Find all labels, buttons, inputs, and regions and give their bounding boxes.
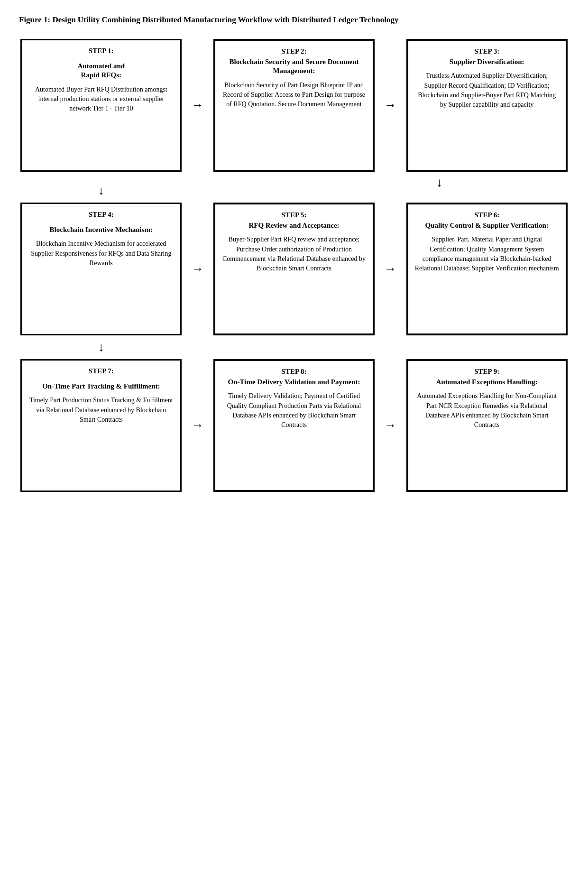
down-arrow-left: ↓ xyxy=(98,184,104,198)
step6-box: STEP 6: Quality Control & Supplier Verif… xyxy=(406,203,568,335)
arrow-2-3-symbol: → xyxy=(384,98,396,112)
arrow-8-9-symbol: → xyxy=(384,418,396,433)
step1-box: STEP 1: Automated and Rapid RFQs: Automa… xyxy=(20,39,182,172)
step8-cell: STEP 8: On-Time Delivery Validation and … xyxy=(212,359,377,492)
step5-title: RFQ Review and Acceptance: xyxy=(248,221,339,231)
step1-label: STEP 1: xyxy=(89,47,114,55)
step1-title: Automated and Rapid RFQs: xyxy=(78,62,125,80)
step6-label: STEP 6: xyxy=(474,211,499,219)
step4-body: Blockchain Incentive Mechanism for accel… xyxy=(28,239,175,268)
arrow-7-8-symbol: → xyxy=(192,418,204,433)
mid-spacer-2 xyxy=(212,335,377,359)
step9-title: Automated Exceptions Handling: xyxy=(436,378,538,387)
step8-label: STEP 8: xyxy=(282,368,307,376)
step5-box: STEP 5: RFQ Review and Acceptance: Buyer… xyxy=(213,203,375,335)
mid-arrow-spacer-2 xyxy=(376,179,404,203)
step8-body: Timely Delivery Validation; Payment of C… xyxy=(221,391,367,430)
step3-cell: STEP 3: Supplier Diversification: Trustl… xyxy=(404,39,569,172)
step1-body: Automated Buyer Part RFQ Distribution am… xyxy=(28,85,175,114)
row-1: STEP 1: Automated and Rapid RFQs: Automa… xyxy=(19,39,569,172)
step2-title: Blockchain Security and Secure Document … xyxy=(221,57,367,76)
left-down-arrow-cell: ↓ xyxy=(19,179,184,203)
step8-box: STEP 8: On-Time Delivery Validation and … xyxy=(213,359,375,492)
arrow-4-5: → xyxy=(184,203,212,335)
step3-title: Supplier Diversification: xyxy=(450,57,524,67)
step1-cell: STEP 1: Automated and Rapid RFQs: Automa… xyxy=(19,39,184,172)
down-arrow-left-2: ↓ xyxy=(98,340,104,354)
arrow-5-6-symbol: → xyxy=(384,262,396,276)
step3-body: Trustless Automated Supplier Diversifica… xyxy=(414,71,560,110)
step4-title: Blockchain Incentive Mechanism: xyxy=(50,225,153,235)
mid-arrow-spacer-4 xyxy=(376,335,404,359)
arrow-8-9: → xyxy=(376,359,404,492)
step7-label: STEP 7: xyxy=(89,367,114,375)
arrow-2-3: → xyxy=(376,39,404,172)
arrow-row-between-12: ↓ xyxy=(19,179,569,203)
arrow-7-8: → xyxy=(184,359,212,492)
step3-box: STEP 3: Supplier Diversification: Trustl… xyxy=(406,39,568,172)
step4-label: STEP 4: xyxy=(89,211,114,219)
diagram: STEP 1: Automated and Rapid RFQs: Automa… xyxy=(19,39,569,492)
arrow-1-2-symbol: → xyxy=(192,98,204,112)
mid-arrow-spacer-3 xyxy=(184,335,212,359)
step6-body: Supplier, Part, Material Paper and Digit… xyxy=(414,235,560,273)
arrow-5-6: → xyxy=(376,203,404,335)
step4-box: STEP 4: Blockchain Incentive Mechanism: … xyxy=(20,203,182,335)
step2-label: STEP 2: xyxy=(282,47,307,56)
step9-body: Automated Exceptions Handling for Non-Co… xyxy=(414,391,560,430)
step5-cell: STEP 5: RFQ Review and Acceptance: Buyer… xyxy=(212,203,377,335)
right-spacer-1 xyxy=(404,179,569,203)
mid-spacer-1 xyxy=(212,179,377,203)
step6-title: Quality Control & Supplier Verification: xyxy=(425,221,549,231)
step9-cell: STEP 9: Automated Exceptions Handling: A… xyxy=(404,359,569,492)
arrow-1-2: → xyxy=(184,39,212,172)
step7-body: Timely Part Production Status Tracking &… xyxy=(28,396,175,425)
step9-label: STEP 9: xyxy=(474,368,499,376)
step8-title: On-Time Delivery Validation and Payment: xyxy=(228,378,360,387)
step5-label: STEP 5: xyxy=(282,211,307,219)
mid-arrow-spacer-1 xyxy=(184,179,212,203)
step4-cell: STEP 4: Blockchain Incentive Mechanism: … xyxy=(19,203,184,335)
step6-cell: STEP 6: Quality Control & Supplier Verif… xyxy=(404,203,569,335)
left-down-arrow-cell-2: ↓ xyxy=(19,335,184,359)
arrow-4-5-symbol: → xyxy=(192,262,204,276)
step7-cell: STEP 7: On-Time Part Tracking & Fulfillm… xyxy=(19,359,184,492)
step3-label: STEP 3: xyxy=(474,47,499,56)
step2-box: STEP 2: Blockchain Security and Secure D… xyxy=(213,39,375,172)
step5-body: Buyer-Supplier Part RFQ review and accep… xyxy=(221,235,367,273)
row-3: STEP 7: On-Time Part Tracking & Fulfillm… xyxy=(19,359,569,492)
step2-cell: STEP 2: Blockchain Security and Secure D… xyxy=(212,39,377,172)
step9-box: STEP 9: Automated Exceptions Handling: A… xyxy=(406,359,568,492)
step7-title: On-Time Part Tracking & Fulfillment: xyxy=(42,382,160,391)
step2-body: Blockchain Security of Part Design Bluep… xyxy=(221,81,367,110)
page-title: Figure 1: Design Utility Combining Distr… xyxy=(19,14,569,26)
right-spacer-2 xyxy=(404,335,569,359)
arrow-row-between-23: ↓ xyxy=(19,335,569,359)
row-2: STEP 4: Blockchain Incentive Mechanism: … xyxy=(19,203,569,335)
step7-box: STEP 7: On-Time Part Tracking & Fulfillm… xyxy=(20,359,182,492)
